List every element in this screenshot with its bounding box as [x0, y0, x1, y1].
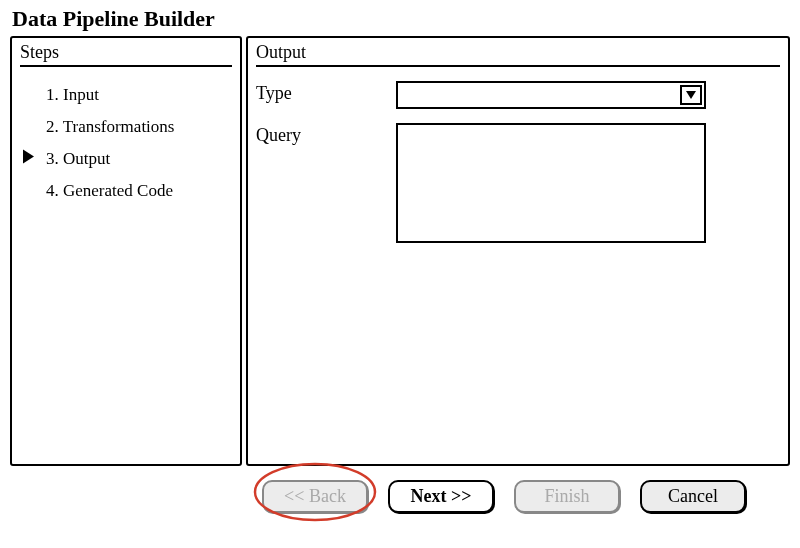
output-header: Output	[256, 42, 780, 67]
step-label: 2. Transformations	[46, 117, 174, 136]
query-textarea[interactable]	[396, 123, 706, 243]
steps-list: 1. Input 2. Transformations 3. Output 4.…	[20, 75, 232, 207]
step-label: 4. Generated Code	[46, 181, 173, 200]
cancel-button[interactable]: Cancel	[640, 480, 746, 513]
wizard-buttons: << Back Next >> Finish Cancel	[10, 466, 790, 513]
current-step-icon	[22, 149, 36, 170]
query-label: Query	[256, 123, 396, 146]
finish-button[interactable]: Finish	[514, 480, 620, 513]
type-select[interactable]	[396, 81, 706, 109]
steps-panel: Steps 1. Input 2. Transformations 3. Out…	[10, 36, 242, 466]
step-label: 1. Input	[46, 85, 99, 104]
query-row: Query	[256, 123, 780, 243]
page-title: Data Pipeline Builder	[12, 6, 790, 32]
next-button[interactable]: Next >>	[388, 480, 494, 513]
step-label: 3. Output	[46, 149, 110, 168]
step-generated-code[interactable]: 4. Generated Code	[24, 175, 232, 207]
type-label: Type	[256, 81, 396, 104]
svg-marker-2	[23, 150, 34, 164]
wizard-body: Steps 1. Input 2. Transformations 3. Out…	[10, 36, 790, 466]
svg-marker-4	[686, 91, 696, 99]
step-transformations[interactable]: 2. Transformations	[24, 111, 232, 143]
step-output[interactable]: 3. Output	[24, 143, 232, 175]
dropdown-button[interactable]	[680, 85, 702, 105]
chevron-down-icon	[685, 90, 697, 100]
back-button[interactable]: << Back	[262, 480, 368, 513]
output-panel: Output Type Query	[246, 36, 790, 466]
step-input[interactable]: 1. Input	[24, 79, 232, 111]
steps-header: Steps	[20, 42, 232, 67]
type-row: Type	[256, 81, 780, 109]
